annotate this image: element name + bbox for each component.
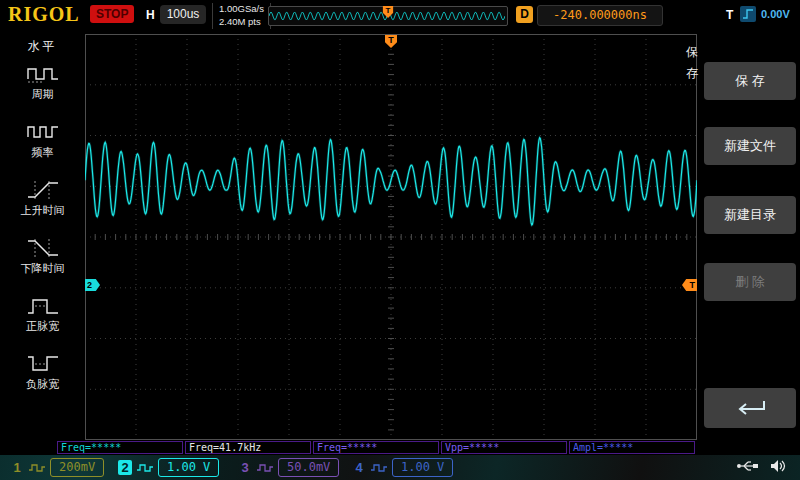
measurement-bar: Freq=***** Freq=41.7kHz Freq=***** Vpp=*… [57,441,695,454]
sidebar-item-negative-pulse-width[interactable]: 负脉宽 [0,353,85,411]
menu-tab-save: 保 存 [684,44,700,82]
channel2-scale: 1.00 V [158,458,219,477]
channel-status-bar: 1 200mV 2 1.00 V 3 50.0mV 4 1.00 V [0,455,800,480]
delay-value[interactable]: -240.000000ns [537,5,663,26]
sidebar-item-rise-time[interactable]: 上升时间 [0,179,85,237]
trigger-slope-icon[interactable] [740,6,756,22]
coupling-icon [28,463,46,473]
coupling-icon [256,463,274,473]
trigger-level-value[interactable]: 0.00V [761,8,790,20]
menu-tab-char: 存 [686,65,698,82]
system-status-icons [736,459,786,473]
measurement-slot-2[interactable]: Freq=41.7kHz [185,441,311,454]
save-button[interactable]: 保 存 [704,62,796,100]
channel4-number: 4 [352,460,366,475]
memory-depth: 2.40M pts [219,16,264,29]
sidebar-item-label: 负脉宽 [26,377,59,392]
menu-tab-char: 保 [686,44,698,61]
oscilloscope-screen: RIGOL STOP H 100us 1.00GSa/s 2.40M pts T… [0,0,800,480]
sidebar-item-label: 正脉宽 [26,319,59,334]
graticule [85,34,697,440]
channel1-status[interactable]: 1 200mV [10,458,104,477]
fall-time-icon [26,237,60,259]
channel3-number: 3 [238,460,252,475]
sidebar-item-label: 频率 [32,145,54,160]
sidebar-item-period[interactable]: 周期 [0,63,85,121]
positive-pulse-width-icon [26,295,60,317]
top-bar: RIGOL STOP H 100us 1.00GSa/s 2.40M pts T… [0,0,800,31]
channel4-status[interactable]: 4 1.00 V [352,458,453,477]
measurement-slot-4[interactable]: Vpp=***** [441,441,567,454]
speaker-icon[interactable] [770,459,786,473]
delete-button[interactable]: 删 除 [704,263,796,301]
coupling-icon [136,463,154,473]
horizontal-label: H [146,8,155,22]
trigger-label: T [726,8,733,22]
usb-icon [736,460,760,472]
timebase-value[interactable]: 100us [160,5,206,24]
coupling-icon [370,463,388,473]
frequency-icon [26,121,60,143]
measure-sidebar: 水平 周期 频率 上升时间 [0,32,85,440]
run-state-badge[interactable]: STOP [90,5,134,23]
new-folder-button[interactable]: 新建目录 [704,196,796,234]
channel1-scale: 200mV [50,458,104,477]
delay-label-badge: D [516,6,533,23]
measurement-slot-5[interactable]: Ampl=***** [569,441,695,454]
sidebar-item-fall-time[interactable]: 下降时间 [0,237,85,295]
sidebar-item-label: 周期 [32,87,54,102]
acquisition-info: 1.00GSa/s 2.40M pts [212,3,271,29]
sample-rate: 1.00GSa/s [219,3,264,16]
channel4-scale: 1.00 V [392,458,453,477]
negative-pulse-width-icon [26,353,60,375]
sidebar-item-label: 下降时间 [21,261,65,276]
save-menu-panel: 保 存 保 存 新建文件 新建目录 删 除 [700,32,800,440]
rigol-logo: RIGOL [8,3,80,26]
sidebar-title-horizontal[interactable]: 水平 [0,38,85,55]
display-area: T 2 T [85,34,697,440]
channel1-number: 1 [10,460,24,475]
channel3-scale: 50.0mV [278,458,339,477]
rise-time-icon [26,179,60,201]
return-arrow-icon [728,397,772,419]
channel2-status[interactable]: 2 1.00 V [118,458,219,477]
waveform-position-strip[interactable]: T [268,6,508,26]
measurement-slot-1[interactable]: Freq=***** [57,441,183,454]
channel2-waveform [85,138,697,225]
sidebar-item-positive-pulse-width[interactable]: 正脉宽 [0,295,85,353]
measurement-slot-3[interactable]: Freq=***** [313,441,439,454]
sidebar-item-frequency[interactable]: 频率 [0,121,85,179]
channel3-status[interactable]: 3 50.0mV [238,458,339,477]
new-file-button[interactable]: 新建文件 [704,127,796,165]
period-icon [26,63,60,85]
sidebar-item-label: 上升时间 [21,203,65,218]
channel2-number: 2 [118,460,132,475]
enter-button[interactable] [704,388,796,428]
